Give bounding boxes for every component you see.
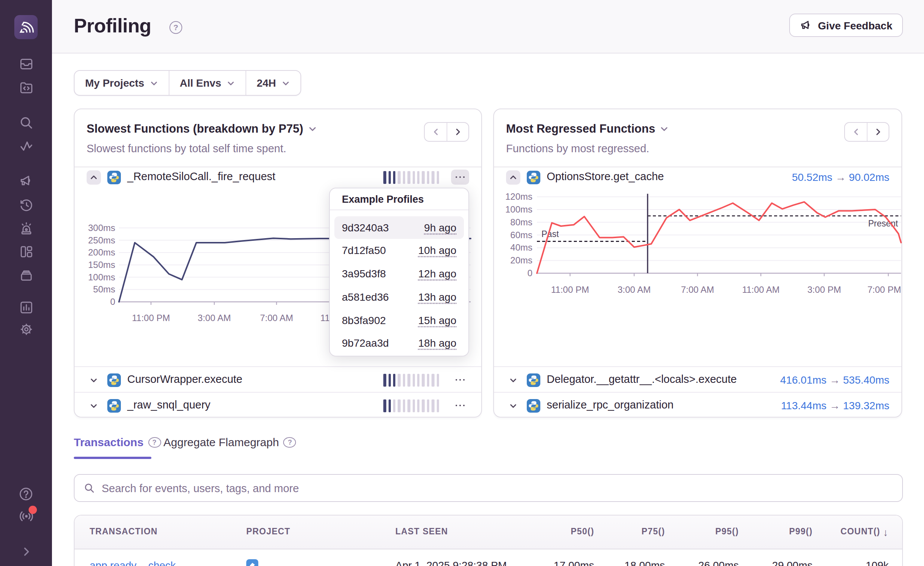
environment-filter-label: All Envs bbox=[180, 77, 221, 89]
profile-row[interactable]: 8b3fa902 15h ago bbox=[334, 309, 464, 332]
profile-row[interactable]: 3a95d3f8 12h ago bbox=[334, 262, 464, 285]
transactions-table: TRANSACTION PROJECT LAST SEEN P50() P75(… bbox=[74, 515, 903, 566]
profile-id[interactable]: 3a95d3f8 bbox=[342, 268, 386, 280]
regression-values: 113.44ms→139.32ms bbox=[781, 399, 889, 411]
profile-id[interactable]: 7d12fa50 bbox=[342, 244, 386, 256]
expand-row-button[interactable] bbox=[506, 399, 520, 413]
col-p75[interactable]: P75() bbox=[642, 527, 665, 536]
sidebar-item-explore[interactable] bbox=[0, 76, 52, 99]
sidebar-item-issues[interactable] bbox=[0, 53, 52, 75]
tab-transactions[interactable]: Transactions ? bbox=[74, 436, 161, 448]
profiling-page: Profiling ? Give Feedback My Projects Al… bbox=[0, 0, 924, 566]
profile-age-link[interactable]: 15h ago bbox=[418, 314, 456, 326]
p95-cell: 26.00ms bbox=[698, 559, 739, 566]
sidebar-item-releases[interactable] bbox=[0, 264, 52, 286]
profile-age-link[interactable]: 18h ago bbox=[418, 337, 456, 349]
project-cell[interactable]: seer bbox=[246, 559, 267, 566]
chevron-right-icon bbox=[20, 546, 32, 558]
sidebar-item-discover[interactable] bbox=[0, 112, 52, 134]
before-value[interactable]: 416.01ms bbox=[780, 374, 826, 386]
profile-id[interactable]: 8b3fa902 bbox=[342, 314, 386, 326]
profile-age-link[interactable]: 10h ago bbox=[418, 244, 456, 256]
profile-row[interactable]: 9d3240a3 9h ago bbox=[334, 216, 464, 239]
profile-id[interactable]: a581ed36 bbox=[342, 291, 389, 303]
sidebar bbox=[0, 0, 52, 566]
svg-text:7:00 AM: 7:00 AM bbox=[681, 285, 714, 295]
function-name[interactable]: CursorWrapper.execute bbox=[127, 373, 242, 385]
date-range-label: 24H bbox=[257, 77, 276, 89]
tab-transactions-label: Transactions bbox=[74, 436, 143, 448]
help-icon[interactable]: ? bbox=[284, 437, 296, 447]
svg-text:11:00 AM: 11:00 AM bbox=[742, 285, 780, 295]
profile-age-link[interactable]: 13h ago bbox=[418, 291, 456, 303]
help-icon[interactable]: ? bbox=[148, 437, 161, 447]
function-name[interactable]: Delegator.__getattr__.<locals>.execute bbox=[547, 373, 737, 385]
sidebar-item-whats-new[interactable] bbox=[0, 505, 52, 528]
filter-bar: My Projects All Envs 24H bbox=[74, 70, 301, 96]
table-row[interactable]: app.ready__check seer Apr 1, 2025 9:28:3… bbox=[75, 549, 902, 566]
svg-text:11:00 PM: 11:00 PM bbox=[551, 285, 589, 295]
popup-title: Example Profiles bbox=[342, 194, 424, 205]
col-count[interactable]: COUNT() ↓ bbox=[840, 527, 889, 536]
sidebar-item-feedback[interactable] bbox=[0, 170, 52, 192]
tab-aggregate-flamegraph-label: Aggregate Flamegraph bbox=[163, 436, 279, 448]
row-options-button[interactable] bbox=[451, 372, 469, 387]
profile-age-link[interactable]: 12h ago bbox=[418, 268, 456, 280]
sidebar-item-stats[interactable] bbox=[0, 296, 52, 319]
svg-text:3:00 PM: 3:00 PM bbox=[807, 285, 841, 295]
col-p50[interactable]: P50() bbox=[571, 527, 594, 536]
before-value[interactable]: 113.44ms bbox=[781, 399, 826, 411]
sidebar-item-help[interactable] bbox=[0, 482, 52, 505]
expand-row-button[interactable] bbox=[87, 373, 101, 387]
function-row: Delegator.__getattr__.<locals>.execute 4… bbox=[494, 367, 901, 393]
profile-row[interactable]: a581ed36 13h ago bbox=[334, 286, 464, 308]
sidebar-item-alerts[interactable] bbox=[0, 217, 52, 240]
profile-row[interactable]: 7d12fa50 10h ago bbox=[334, 239, 464, 262]
sidebar-item-dashboards[interactable] bbox=[0, 240, 52, 263]
profile-row[interactable]: 9b72aa3d 18h ago bbox=[334, 332, 464, 354]
metrics-icon bbox=[18, 139, 34, 154]
col-transaction[interactable]: TRANSACTION bbox=[90, 527, 158, 536]
sentry-logo[interactable] bbox=[14, 15, 38, 39]
seer-project-icon bbox=[246, 559, 258, 566]
date-range-filter[interactable]: 24H bbox=[246, 71, 300, 95]
col-p95[interactable]: P95() bbox=[715, 527, 739, 536]
function-name[interactable]: _raw_snql_query bbox=[127, 399, 210, 411]
expand-row-button[interactable] bbox=[506, 373, 520, 387]
profile-id[interactable]: 9b72aa3d bbox=[342, 337, 389, 349]
transaction-link[interactable]: app.ready__check bbox=[90, 559, 176, 566]
col-last-seen[interactable]: LAST SEEN bbox=[395, 527, 448, 536]
profile-age-link[interactable]: 9h ago bbox=[424, 222, 456, 234]
after-value[interactable]: 535.40ms bbox=[843, 374, 889, 386]
expand-row-button[interactable] bbox=[87, 399, 101, 413]
sidebar-collapse-toggle[interactable] bbox=[0, 540, 52, 563]
explore-icon bbox=[18, 80, 34, 95]
svg-text:150ms: 150ms bbox=[88, 260, 115, 270]
project-filter[interactable]: My Projects bbox=[75, 71, 168, 95]
example-profiles-popup: Example Profiles 9d3240a3 9h ago 7d12fa5… bbox=[329, 188, 469, 356]
most-regressed-card: Most Regressed Functions Functions by mo… bbox=[493, 109, 902, 418]
count-cell: 109k bbox=[866, 559, 889, 566]
function-name[interactable]: serialize_rpc_organization bbox=[547, 399, 674, 411]
profile-id[interactable]: 9d3240a3 bbox=[342, 222, 389, 234]
profiling-help-icon[interactable]: ? bbox=[169, 20, 182, 34]
environment-filter[interactable]: All Envs bbox=[169, 71, 245, 95]
after-value[interactable]: 139.32ms bbox=[843, 399, 889, 411]
col-project[interactable]: PROJECT bbox=[246, 527, 290, 536]
col-p99[interactable]: P99() bbox=[789, 527, 813, 536]
search-bar[interactable]: Search for events, users, tags, and more bbox=[74, 474, 903, 502]
sidebar-item-metrics[interactable] bbox=[0, 135, 52, 158]
sidebar-item-settings[interactable] bbox=[0, 318, 52, 341]
svg-text:3:00 AM: 3:00 AM bbox=[198, 313, 231, 323]
sentry-logo-icon bbox=[18, 19, 34, 35]
svg-text:60ms: 60ms bbox=[510, 230, 532, 240]
dashboard-icon bbox=[18, 244, 34, 259]
tab-aggregate-flamegraph[interactable]: Aggregate Flamegraph ? bbox=[163, 436, 296, 448]
row-options-button[interactable] bbox=[451, 398, 469, 413]
chevron-down-icon bbox=[281, 79, 290, 87]
give-feedback-button[interactable]: Give Feedback bbox=[789, 14, 903, 37]
svg-text:50ms: 50ms bbox=[93, 284, 115, 294]
notification-badge bbox=[29, 506, 37, 514]
chevron-down-icon bbox=[90, 402, 98, 410]
sidebar-item-replays[interactable] bbox=[0, 194, 52, 216]
